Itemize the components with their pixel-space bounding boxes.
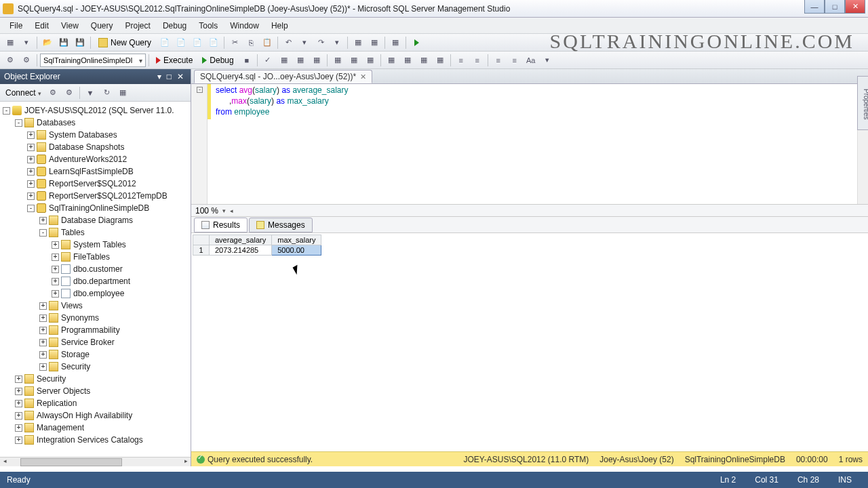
stop-icon[interactable]: ■ xyxy=(239,53,254,68)
menu-view[interactable]: View xyxy=(56,20,84,32)
expand-icon[interactable]: + xyxy=(52,241,59,249)
expand-icon[interactable]: + xyxy=(27,168,35,176)
menu-project[interactable]: Project xyxy=(120,20,156,32)
tree-node[interactable]: +AlwaysOn High Availability xyxy=(0,409,191,422)
expand-icon[interactable]: + xyxy=(39,339,47,346)
zoom-level[interactable]: 100 % xyxy=(195,206,218,216)
menu-query[interactable]: Query xyxy=(85,20,119,32)
connect-icon[interactable]: ⚙ xyxy=(45,85,60,100)
toolbar-icon[interactable]: ▦ xyxy=(309,53,324,68)
toolbar-icon[interactable]: Aa xyxy=(524,53,538,68)
toolbar-icon[interactable]: ▦ xyxy=(416,53,431,68)
pin-icon[interactable]: ▾ xyxy=(155,72,164,81)
connect-button[interactable]: Connect ▾ xyxy=(3,87,44,99)
collapse-icon[interactable]: - xyxy=(197,87,203,93)
cut-icon[interactable]: ✂ xyxy=(227,35,242,50)
tree-node[interactable]: +Replication xyxy=(0,397,191,409)
toolbar-icon[interactable]: ▦ xyxy=(367,35,382,50)
expand-icon[interactable]: + xyxy=(39,327,47,334)
continue-icon[interactable] xyxy=(409,35,424,50)
uncomment-icon[interactable]: ≡ xyxy=(507,53,522,68)
toolbar-icon[interactable]: ▦ xyxy=(293,53,308,68)
copy-icon[interactable]: ⎘ xyxy=(243,35,258,50)
cell-average-salary[interactable]: 2073.214285 xyxy=(210,245,272,256)
tree-node[interactable]: +Integration Services Catalogs xyxy=(0,434,191,446)
tree-node[interactable]: +Management xyxy=(0,422,191,434)
expand-icon[interactable]: + xyxy=(27,144,35,151)
parse-icon[interactable]: ✓ xyxy=(260,53,275,68)
expand-icon[interactable]: + xyxy=(15,424,22,432)
execute-button[interactable]: Execute xyxy=(152,54,197,66)
autohide-icon[interactable]: □ xyxy=(164,72,174,81)
scroll-left-icon[interactable]: ◂ xyxy=(230,207,233,214)
menu-debug[interactable]: Debug xyxy=(157,20,192,32)
dropdown-icon[interactable]: ▾ xyxy=(19,35,34,50)
tree-node[interactable]: +Security xyxy=(0,361,191,373)
toolbar-icon[interactable]: 📄 xyxy=(174,35,189,50)
toolbar-icon[interactable]: ▦ xyxy=(400,53,415,68)
expand-icon[interactable]: + xyxy=(27,156,35,163)
tab-close-icon[interactable]: ✕ xyxy=(360,73,366,81)
expand-icon[interactable]: + xyxy=(39,314,47,322)
expand-icon[interactable]: - xyxy=(39,229,47,237)
expand-icon[interactable]: + xyxy=(39,351,47,359)
expand-icon[interactable]: - xyxy=(27,205,35,212)
outdent-icon[interactable]: ≡ xyxy=(470,53,485,68)
database-selector[interactable]: SqlTrainingOnlineSimpleDI xyxy=(40,54,146,67)
tree-node[interactable]: +Database Snapshots xyxy=(0,141,191,153)
sql-line[interactable]: ,max(salary) as max_salary xyxy=(216,96,329,106)
expand-icon[interactable]: + xyxy=(15,412,22,420)
minimize-button[interactable]: — xyxy=(804,0,825,14)
tree-node[interactable]: +ReportServer$SQL2012TempDB xyxy=(0,190,191,202)
editor-tab[interactable]: SQLQuery4.sql - JO...oey-Asus\Joey (52))… xyxy=(194,70,372,83)
toolbar-icon[interactable]: ▦ xyxy=(363,53,378,68)
tree-node[interactable]: +System Databases xyxy=(0,129,191,141)
toolbar-icon[interactable]: ⚙ xyxy=(19,53,34,68)
tree-server-node[interactable]: - JOEY-ASUS\SQL2012 (SQL Server 11.0. xyxy=(0,104,191,117)
menu-file[interactable]: File xyxy=(4,20,28,32)
tree-node[interactable]: +ReportServer$SQL2012 xyxy=(0,178,191,190)
toolbar-icon[interactable]: ▦ xyxy=(384,53,399,68)
toolbar-dropdown-icon[interactable]: ▾ xyxy=(540,53,555,68)
save-all-icon[interactable]: 💾 xyxy=(73,35,87,50)
toolbar-icon[interactable]: ▦ xyxy=(330,53,345,68)
indent-icon[interactable]: ≡ xyxy=(454,53,469,68)
tree-node[interactable]: +Database Diagrams xyxy=(0,214,191,226)
expand-icon[interactable]: + xyxy=(15,388,22,395)
undo-icon[interactable]: ↶ xyxy=(281,35,296,50)
menu-tools[interactable]: Tools xyxy=(193,20,223,32)
tree-node[interactable]: +Views xyxy=(0,300,191,312)
expand-icon[interactable]: + xyxy=(52,266,59,273)
expand-icon[interactable]: + xyxy=(39,302,47,310)
column-header[interactable]: average_salary xyxy=(210,235,272,245)
tree-node[interactable]: +Service Broker xyxy=(0,336,191,348)
tree-node[interactable]: +Server Objects xyxy=(0,385,191,397)
maximize-button[interactable]: □ xyxy=(825,0,845,14)
expand-icon[interactable]: + xyxy=(15,436,22,444)
messages-tab[interactable]: Messages xyxy=(249,218,313,232)
expand-icon[interactable]: + xyxy=(39,363,47,371)
expand-icon[interactable]: + xyxy=(27,192,35,200)
toolbar-icon[interactable]: ▦ xyxy=(388,35,403,50)
save-icon[interactable]: 💾 xyxy=(56,35,71,50)
tree-node[interactable]: +FileTables xyxy=(0,251,191,263)
tree-node[interactable]: -Databases xyxy=(0,117,191,129)
debug-button[interactable]: Debug xyxy=(198,54,237,66)
tree-node[interactable]: +dbo.employee xyxy=(0,287,191,300)
result-row[interactable]: 1 2073.214285 5000.00 xyxy=(193,245,321,256)
tree-node[interactable]: +Security xyxy=(0,373,191,385)
expand-icon[interactable]: + xyxy=(27,131,35,139)
close-button[interactable]: ✕ xyxy=(845,0,865,14)
toolbar-icon[interactable]: 📄 xyxy=(206,35,221,50)
toolbar-icon[interactable]: ▦ xyxy=(115,85,130,100)
expand-icon[interactable]: + xyxy=(15,400,22,407)
scroll-left-icon[interactable]: ◂ xyxy=(0,458,9,467)
toolbar-icon[interactable]: 📄 xyxy=(190,35,205,50)
results-tab[interactable]: Results xyxy=(194,218,248,232)
close-panel-icon[interactable]: ✕ xyxy=(174,72,186,81)
expand-icon[interactable]: - xyxy=(15,119,22,127)
expand-icon[interactable]: + xyxy=(15,375,22,383)
cell-max-salary[interactable]: 5000.00 xyxy=(272,245,321,256)
tree-node[interactable]: +Programmability xyxy=(0,324,191,336)
sql-line[interactable]: select avg(salary) as average_salary xyxy=(216,85,348,95)
